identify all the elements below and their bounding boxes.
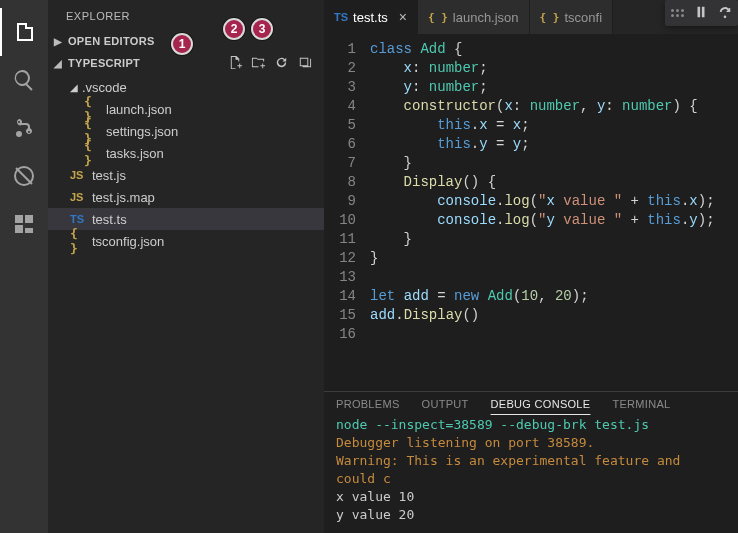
brace-file-icon: { } [428,11,448,24]
console-line: Warning: This is an experimental feature… [336,452,726,488]
file-item[interactable]: { }tasks.json [48,142,324,164]
chevron-down-icon: ◢ [70,82,82,93]
editor-tabs: TStest.ts×{ }launch.json{ }tsconfi [324,0,738,34]
console-line: Debugger listening on port 38589. [336,434,726,452]
console-line: y value 20 [336,506,726,524]
pause-icon[interactable] [694,5,708,22]
file-tree: ◢.vscode{ }launch.json{ }settings.json{ … [48,74,324,254]
collapse-all-icon[interactable] [297,55,312,72]
panel-tab[interactable]: OUTPUT [422,398,469,410]
close-icon[interactable]: × [399,9,407,25]
activity-extensions[interactable] [0,200,48,248]
file-item[interactable]: { }tsconfig.json [48,230,324,252]
refresh-icon[interactable] [274,55,289,72]
debug-toolbar[interactable] [665,0,738,26]
editor-area: TStest.ts×{ }launch.json{ }tsconfi 12345… [324,0,738,533]
panel-tab[interactable]: TERMINAL [612,398,670,410]
drag-handle-icon[interactable] [671,9,684,17]
ts-file-icon: TS [70,213,88,225]
chevron-down-icon: ◢ [54,58,64,69]
open-editors-label: OPEN EDITORS [68,35,318,47]
new-folder-icon[interactable] [251,55,266,72]
console-line: node --inspect=38589 --debug-brk test.js [336,416,726,434]
step-over-icon[interactable] [718,5,732,22]
panel-tabs: PROBLEMSOUTPUTDEBUG CONSOLETERMINAL [324,392,738,416]
console-line: x value 10 [336,488,726,506]
open-editors-header[interactable]: ▶ OPEN EDITORS [48,30,324,52]
file-item[interactable]: JStest.js.map [48,186,324,208]
code-body[interactable]: class Add { x: number; y: number; constr… [370,40,738,391]
file-item[interactable]: TStest.ts [48,208,324,230]
activity-scm[interactable] [0,104,48,152]
folder-header[interactable]: ◢ TYPESCRIPT [48,52,324,74]
code-editor[interactable]: 12345678910111213141516 class Add { x: n… [324,34,738,391]
panel-tab[interactable]: DEBUG CONSOLE [491,398,591,410]
ts-file-icon: TS [334,11,348,23]
line-gutter: 12345678910111213141516 [324,40,370,391]
sidebar-title: EXPLORER [48,0,324,30]
activity-debug[interactable] [0,152,48,200]
editor-tab[interactable]: TStest.ts× [324,0,418,34]
brace-file-icon: { } [540,11,560,24]
folder-label: TYPESCRIPT [68,57,228,69]
sidebar: EXPLORER ▶ OPEN EDITORS ◢ TYPESCRIPT ◢.v… [48,0,324,533]
svg-line-1 [16,168,32,184]
js-file-icon: JS [70,169,88,181]
editor-tab[interactable]: { }tsconfi [530,0,613,34]
panel-tab[interactable]: PROBLEMS [336,398,400,410]
js-file-icon: JS [70,191,88,203]
editor-tab[interactable]: { }launch.json [418,0,530,34]
activity-search[interactable] [0,56,48,104]
activity-explorer[interactable] [0,8,48,56]
bottom-panel: PROBLEMSOUTPUTDEBUG CONSOLETERMINAL node… [324,391,738,533]
activity-bar [0,0,48,533]
brace-file-icon: { } [84,138,102,168]
new-file-icon[interactable] [228,55,243,72]
chevron-right-icon: ▶ [54,36,64,47]
debug-console-output[interactable]: node --inspect=38589 --debug-brk test.js… [324,416,738,533]
brace-file-icon: { } [70,226,88,256]
